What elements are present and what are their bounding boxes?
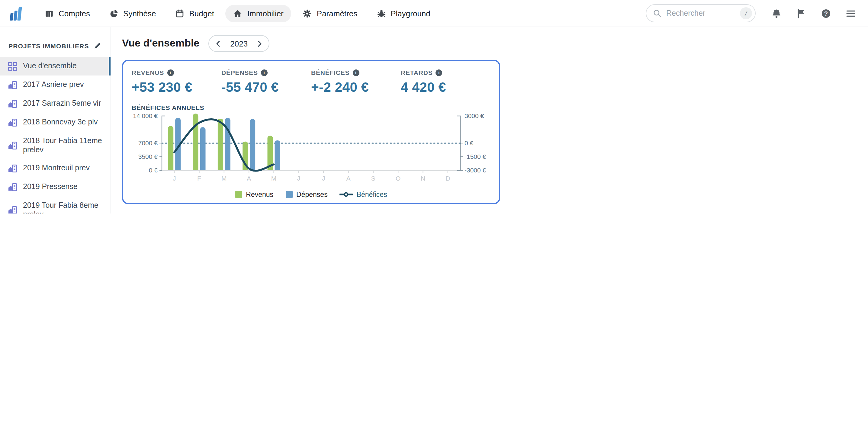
- sidebar-item-label: 2019 Tour Fabia 8eme prelev: [23, 201, 104, 214]
- legend-label: Dépenses: [296, 191, 328, 198]
- metric-revenus: REVENUSi +53 230 €: [132, 69, 221, 95]
- svg-text:M: M: [271, 175, 277, 182]
- tab-label: Playground: [391, 9, 430, 18]
- chart-legend: RevenusDépensesBénéfices: [132, 191, 491, 201]
- sidebar-header: PROJETS IMMOBILIERS: [8, 42, 89, 49]
- legend-label: Bénéfices: [357, 191, 387, 198]
- sidebar: PROJETS IMMOBILIERS Vue d'ensemble 2017 …: [0, 27, 111, 214]
- legend-label: Revenus: [246, 191, 273, 198]
- app-logo-icon[interactable]: [8, 5, 24, 22]
- overview-summary-card: REVENUSi +53 230 € DÉPENSESi -55 470 € B…: [122, 60, 500, 204]
- gear-icon: [303, 9, 312, 18]
- bell-icon[interactable]: [771, 8, 782, 19]
- svg-text:M: M: [221, 175, 227, 182]
- calendar-icon: [175, 9, 184, 18]
- info-icon[interactable]: i: [167, 69, 174, 76]
- sidebar-item-2017-asniere[interactable]: 2017 Asniere prev: [0, 75, 111, 94]
- building-icon: [8, 205, 18, 214]
- tab-label: Comptes: [59, 9, 90, 18]
- main-content: Vue d'ensemble 2023 REVENUSi +53 230 € D…: [111, 27, 868, 214]
- svg-text:0 €: 0 €: [149, 167, 158, 174]
- search-input[interactable]: Rechercher /: [646, 4, 756, 22]
- building-icon: [8, 80, 18, 90]
- metric-depenses: DÉPENSESi -55 470 €: [221, 69, 311, 95]
- svg-text:A: A: [346, 175, 350, 182]
- nav-action-icons: [771, 8, 856, 19]
- tab-budget[interactable]: Budget: [167, 4, 222, 22]
- svg-text:3500 €: 3500 €: [138, 153, 158, 160]
- sidebar-item-label: 2019 Pressense: [23, 182, 78, 191]
- info-icon[interactable]: i: [352, 69, 359, 76]
- annual-chart-title: BÉNÉFICES ANNUELS: [132, 104, 491, 111]
- sidebar-item-label: 2017 Sarrazin 5eme vir: [23, 99, 101, 108]
- tab-immobilier[interactable]: Immobilier: [226, 4, 291, 22]
- svg-text:J: J: [322, 175, 325, 182]
- metric-retards: RETARDSi 4 420 €: [401, 69, 491, 95]
- page-title: Vue d'ensemble: [122, 37, 199, 50]
- bug-icon: [377, 9, 386, 18]
- next-year-button[interactable]: [255, 39, 264, 48]
- metric-label: REVENUS: [132, 69, 164, 76]
- building-icon: [8, 182, 18, 192]
- tab-label: Paramètres: [317, 9, 357, 18]
- svg-text:J: J: [297, 175, 301, 182]
- sidebar-item-label: 2018 Tour Fabia 11eme prelev: [23, 136, 104, 154]
- grid-icon: [8, 61, 18, 71]
- svg-text:O: O: [396, 175, 401, 182]
- svg-text:0 €: 0 €: [465, 140, 473, 147]
- app-window: Comptes Synthèse Budget Immobilier Param…: [0, 0, 868, 214]
- sidebar-item-label: Vue d'ensemble: [23, 62, 77, 71]
- info-icon[interactable]: i: [436, 69, 442, 76]
- svg-text:7000 €: 7000 €: [138, 140, 158, 147]
- sidebar-item-2018-bonnevay[interactable]: 2018 Bonnevay 3e plv: [0, 113, 111, 132]
- sidebar-item-2019-montreuil[interactable]: 2019 Montreuil prev: [0, 159, 111, 178]
- svg-text:A: A: [247, 175, 251, 182]
- sidebar-item-label: 2018 Bonnevay 3e plv: [23, 118, 98, 127]
- tab-comptes[interactable]: Comptes: [37, 4, 98, 22]
- sidebar-item-2017-sarrazin[interactable]: 2017 Sarrazin 5eme vir: [0, 94, 111, 113]
- info-icon[interactable]: i: [261, 69, 268, 76]
- metric-value: 4 420 €: [401, 80, 491, 95]
- svg-text:J: J: [173, 175, 176, 182]
- previous-year-button[interactable]: [214, 39, 222, 48]
- sidebar-item-label: 2019 Montreuil prev: [23, 164, 90, 173]
- annual-benefits-chart: 0 €3500 €7000 €14 000 €-3000 €-1500 €0 €…: [132, 111, 492, 191]
- sidebar-item-label: 2017 Asniere prev: [23, 80, 84, 89]
- year-label: 2023: [230, 39, 248, 48]
- legend-item-revenus[interactable]: Revenus: [235, 191, 273, 198]
- menu-icon[interactable]: [846, 8, 856, 19]
- year-selector: 2023: [208, 35, 270, 52]
- tab-synthese[interactable]: Synthèse: [101, 4, 164, 22]
- metric-value: +-2 240 €: [311, 80, 401, 95]
- legend-item-bénéfices[interactable]: Bénéfices: [340, 191, 387, 198]
- tab-label: Immobilier: [247, 9, 284, 18]
- metric-benefices: BÉNÉFICESi +-2 240 €: [311, 69, 401, 95]
- tab-label: Budget: [189, 9, 214, 18]
- metrics-row: REVENUSi +53 230 € DÉPENSESi -55 470 € B…: [132, 69, 491, 95]
- sidebar-item-2018-tour-fabia-11[interactable]: 2018 Tour Fabia 11eme prelev: [0, 132, 111, 159]
- metric-label: BÉNÉFICES: [311, 69, 349, 76]
- flag-icon[interactable]: [796, 8, 806, 19]
- tab-playground[interactable]: Playground: [369, 4, 438, 22]
- legend-swatch: [235, 191, 242, 198]
- active-indicator: [109, 57, 111, 75]
- help-icon[interactable]: [821, 8, 831, 19]
- metric-value: +53 230 €: [132, 80, 221, 95]
- metric-label: RETARDS: [401, 69, 433, 76]
- building-icon: [8, 118, 18, 127]
- tab-label: Synthèse: [123, 9, 156, 18]
- sidebar-item-2019-tour-fabia-8[interactable]: 2019 Tour Fabia 8eme prelev: [0, 196, 111, 214]
- sidebar-item-overview[interactable]: Vue d'ensemble: [0, 57, 111, 75]
- tab-parametres[interactable]: Paramètres: [295, 4, 365, 22]
- legend-item-dépenses[interactable]: Dépenses: [285, 191, 328, 198]
- search-icon: [653, 9, 661, 18]
- legend-line-swatch: [340, 191, 353, 197]
- edit-pencil-icon[interactable]: [94, 42, 102, 50]
- home-icon: [234, 9, 243, 18]
- sidebar-item-2019-pressense[interactable]: 2019 Pressense: [0, 178, 111, 196]
- top-nav: Comptes Synthèse Budget Immobilier Param…: [0, 0, 868, 27]
- building-icon: [8, 141, 18, 150]
- metric-value: -55 470 €: [221, 80, 311, 95]
- svg-text:-1500 €: -1500 €: [465, 153, 486, 160]
- svg-text:D: D: [445, 175, 450, 182]
